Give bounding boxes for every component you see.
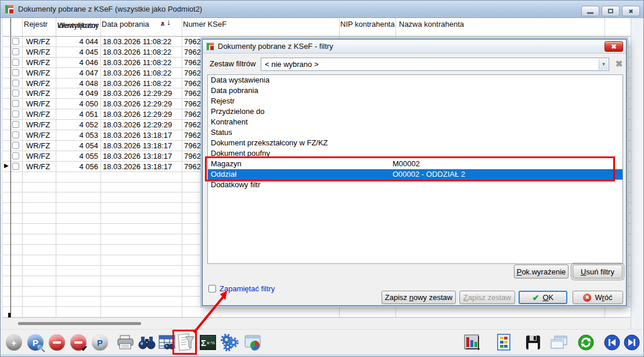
window-title: Dokumenty pobrane z KSeF (wszystkie jako…	[18, 5, 202, 13]
delete-confirm-button[interactable]: ✔	[69, 332, 88, 353]
check-badge-icon: ✔	[81, 344, 88, 353]
cascade-windows-icon	[550, 334, 569, 351]
filter-list-item[interactable]: Przydzielone do	[208, 106, 623, 117]
p-toggle-button[interactable]: P	[90, 332, 110, 353]
dialog-close-button[interactable]: ✖	[605, 41, 623, 52]
cell-rejestr: WR/FZ	[26, 141, 50, 150]
clear-set-button[interactable]: ✖	[612, 57, 626, 71]
cell-ksef: 7962	[184, 99, 201, 108]
binoculars-icon	[138, 335, 156, 350]
filter-name: Kontrahent	[211, 117, 248, 126]
filter-list-item[interactable]: Kontrahent	[208, 117, 623, 127]
column-header-wewnetrzny[interactable]: Wewnętrznyidentyfikator	[57, 20, 102, 28]
last-record-button[interactable]	[622, 332, 642, 353]
zapisz-nowy-zestaw-button[interactable]: Zapisz nowy zestaw	[382, 291, 456, 304]
row-checkbox[interactable]	[12, 163, 19, 170]
row-checkbox[interactable]	[12, 48, 19, 55]
settings-button[interactable]	[220, 332, 239, 353]
cell-rejestr: WR/FZ	[26, 89, 50, 98]
cell-ksef: 7962	[184, 37, 201, 46]
report-grid-button[interactable]	[494, 332, 514, 353]
dialog-titlebar: Dokumenty pobrane z KSeF - filtry ✖	[203, 40, 626, 53]
wroc-button[interactable]: ✖ Wróć	[573, 291, 623, 304]
zestaw-filtrow-combo[interactable]: < nie wybrano > ▾	[261, 58, 609, 71]
cell-rejestr: WR/FZ	[26, 58, 50, 67]
row-checkbox[interactable]	[12, 142, 19, 149]
bar-chart-icon	[463, 334, 481, 351]
refresh-button[interactable]	[576, 332, 596, 353]
filter-list-item[interactable]: Oddział O00002 - ODDZIAŁ 2	[208, 169, 623, 180]
cell-date: 18.03.2026 13:18:17	[103, 152, 172, 160]
sum-button[interactable]: Σx·⅓	[198, 332, 218, 353]
usun-filtry-button[interactable]: Usuń filtry	[573, 265, 623, 279]
print-button[interactable]	[116, 332, 135, 353]
row-checkbox[interactable]	[12, 80, 19, 87]
refresh-icon	[577, 334, 595, 351]
window-report-button[interactable]	[243, 332, 263, 353]
ok-button[interactable]: ✔ OK	[519, 291, 567, 304]
close-button[interactable]: ✖	[622, 6, 640, 16]
windows-cascade-button[interactable]	[549, 332, 569, 353]
chevron-down-icon[interactable]: ▾	[599, 59, 608, 70]
row-indicator	[4, 162, 10, 169]
pok-wyrazenie-button[interactable]: Pok.wyrażenie	[514, 265, 569, 279]
sort-az-icon: AZ ↓	[161, 20, 174, 33]
filter-list-item[interactable]: Magazyn M00002	[208, 159, 623, 169]
preview-p-button[interactable]: P🔍	[26, 332, 45, 353]
zapamietac-filtry-row[interactable]: Zapamiętać filtry	[208, 284, 275, 293]
filter-list-item[interactable]: Dokument przekształcony w FZ/KZ	[208, 138, 623, 148]
cell-ksef: 7962	[184, 131, 201, 140]
filter-list-item[interactable]: Dokument poufny	[208, 148, 623, 159]
maximize-button[interactable]	[602, 6, 620, 16]
filters-list: Data wystawienia Data pobrania Rejestr P…	[207, 74, 623, 264]
row-checkbox[interactable]	[12, 100, 19, 107]
horizontal-scrollbar[interactable]	[3, 317, 631, 329]
filter-list-item[interactable]: Data wystawienia	[208, 75, 623, 85]
filter-list-item[interactable]: Status	[208, 127, 623, 138]
cell-rejestr: WR/FZ	[26, 162, 50, 171]
row-checkbox[interactable]	[12, 121, 19, 128]
row-checkbox[interactable]	[12, 131, 19, 138]
search-button[interactable]	[137, 332, 157, 353]
first-record-button[interactable]	[602, 332, 622, 353]
column-header-numer-ksef[interactable]: Numer KSeF	[183, 20, 226, 28]
minimize-button[interactable]	[581, 6, 599, 16]
cell-ksef: 7962	[184, 89, 201, 98]
filter-name: Dokument poufny	[211, 149, 270, 158]
row-checkbox[interactable]	[12, 152, 19, 159]
filter-list-item[interactable]: Rejestr	[208, 96, 623, 106]
column-header-nip[interactable]: NIP kontrahenta	[340, 20, 395, 28]
cell-rejestr: WR/FZ	[26, 37, 50, 46]
column-header-nazwa[interactable]: Nazwa kontrahenta	[399, 20, 464, 28]
window-bottom-border	[1, 354, 644, 357]
row-checkbox[interactable]	[12, 59, 19, 66]
row-checkbox[interactable]	[12, 90, 19, 97]
cell-rejestr: WR/FZ	[26, 131, 50, 140]
save-button[interactable]	[523, 332, 543, 353]
scrollbar-thumb[interactable]	[18, 322, 141, 325]
bottom-toolbar: + P🔍 ✔ P	[1, 329, 644, 354]
filter-list-item[interactable]: Dodatkowy filtr	[208, 180, 623, 190]
cell-date: 18.03.2026 11:08:22	[103, 79, 171, 88]
cell-date: 18.03.2026 13:18:17	[103, 141, 172, 150]
sigma-icon: Σx·⅓	[200, 335, 216, 350]
filter-name: Dokument przekształcony w FZ/KZ	[211, 138, 328, 147]
table-header[interactable]: Rejestr Wewnętrznyidentyfikator Data pob…	[3, 18, 631, 37]
filter-list-item[interactable]: Data pobrania	[208, 85, 623, 96]
column-header-data-pobrania[interactable]: Data pobrania	[102, 20, 149, 28]
row-checkbox[interactable]	[12, 38, 19, 45]
row-checkbox[interactable]	[12, 110, 19, 117]
cell-id: 4 054	[56, 141, 98, 150]
report-grid-icon	[497, 334, 512, 351]
add-button-disabled: +	[4, 332, 24, 353]
delete-button[interactable]	[47, 332, 67, 353]
chart-button[interactable]	[462, 332, 482, 353]
row-checkbox[interactable]	[12, 69, 19, 76]
zapamietac-filtry-checkbox[interactable]	[208, 285, 216, 292]
gears-icon	[220, 334, 239, 351]
filters-highlight-box	[172, 330, 197, 355]
cell-rejestr: WR/FZ	[26, 120, 50, 129]
cancel-x-icon: ✖	[583, 294, 591, 302]
app-logo-icon	[5, 5, 14, 14]
column-header-rejestr[interactable]: Rejestr	[24, 20, 48, 28]
